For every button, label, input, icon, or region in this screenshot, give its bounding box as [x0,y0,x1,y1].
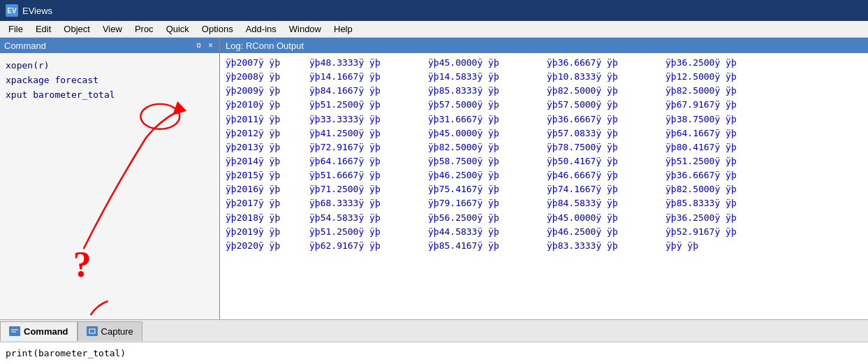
log-cell-value: ÿþ71.2500ÿ ÿþ [309,182,428,196]
tab-command-label: Command [24,326,68,337]
log-cell-value: ÿþ51.2500ÿ ÿþ [309,98,428,112]
svg-point-1 [140,104,179,129]
log-cell-year: ÿþ2009ÿ ÿþ [226,84,309,98]
log-cell-value: ÿþ84.5833ÿ ÿþ [547,196,665,210]
log-cell-value: ÿþ85.8333ÿ ÿþ [665,196,784,210]
log-row: ÿþ2015ÿ ÿþÿþ51.6667ÿ ÿþÿþ46.2500ÿ ÿþÿþ46… [226,168,862,182]
log-cell-value: ÿþ57.5000ÿ ÿþ [428,98,547,112]
log-cell-value: ÿþ72.9167ÿ ÿþ [309,140,428,154]
menu-item-quick[interactable]: Quick [161,22,195,36]
menu-item-help[interactable]: Help [328,22,358,36]
command-panel-title: Command [4,41,46,51]
bottom-tabs: Command Capture [0,319,868,342]
log-cell-value: ÿþ45.0000ÿ ÿþ [428,126,547,140]
log-cell-value: ÿþ33.3333ÿ ÿþ [309,112,428,126]
log-cell-value: ÿþ46.6667ÿ ÿþ [547,168,665,182]
log-cell-value: ÿþ51.2500ÿ ÿþ [309,225,428,239]
log-cell-value: ÿþ38.7500ÿ ÿþ [665,112,784,126]
menu-item-proc[interactable]: Proc [129,22,159,36]
log-cell-value: ÿþ52.9167ÿ ÿþ [665,225,784,239]
log-cell-year: ÿþ2011ÿ ÿþ [226,112,309,126]
log-cell-year: ÿþ2007ÿ ÿþ [226,56,309,70]
command-input[interactable] [6,348,862,358]
tab-capture[interactable]: Capture [78,321,142,341]
svg-text:?: ? [73,245,91,284]
left-panel: Command ¤ × xopen(r) xpackage forecast x… [0,38,220,319]
log-cell-value: ÿþ78.7500ÿ ÿþ [547,140,665,154]
title-bar: EV EViews [0,0,868,21]
log-row: ÿþ2018ÿ ÿþÿþ54.5833ÿ ÿþÿþ56.2500ÿ ÿþÿþ45… [226,211,862,225]
log-row: ÿþ2014ÿ ÿþÿþ64.1667ÿ ÿþÿþ58.7500ÿ ÿþÿþ50… [226,154,862,168]
log-cell-value: ÿþ58.7500ÿ ÿþ [428,154,547,168]
log-cell-value: ÿþ12.5000ÿ ÿþ [665,70,784,84]
log-cell-value: ÿþ79.1667ÿ ÿþ [428,196,547,210]
log-cell-value: ÿþ50.4167ÿ ÿþ [547,154,665,168]
log-cell-value: ÿþ48.3333ÿ ÿþ [309,56,428,70]
log-cell-value: ÿþ57.5000ÿ ÿþ [547,98,665,112]
log-row: ÿþ2017ÿ ÿþÿþ68.3333ÿ ÿþÿþ79.1667ÿ ÿþÿþ84… [226,196,862,210]
log-cell-year: ÿþ2019ÿ ÿþ [226,225,309,239]
log-cell-year: ÿþ2015ÿ ÿþ [226,168,309,182]
log-cell-value: ÿþ10.8333ÿ ÿþ [547,70,665,84]
log-cell-value: ÿþ80.4167ÿ ÿþ [665,140,784,154]
log-cell-value: ÿþ62.9167ÿ ÿþ [309,239,428,253]
command-tab-icon [9,326,20,336]
log-cell-value: ÿþ36.6667ÿ ÿþ [547,112,665,126]
menu-item-view[interactable]: View [97,22,128,36]
log-cell-value: ÿþ41.2500ÿ ÿþ [309,126,428,140]
menu-item-object[interactable]: Object [58,22,96,36]
command-line-2: xpackage forecast [6,73,214,88]
log-row: ÿþ2012ÿ ÿþÿþ41.2500ÿ ÿþÿþ45.0000ÿ ÿþÿþ57… [226,126,862,140]
log-cell-value: ÿþ14.1667ÿ ÿþ [309,70,428,84]
right-panel: Log: RConn Output ÿþ2007ÿ ÿþÿþ48.3333ÿ ÿ… [220,38,868,319]
log-cell-value: ÿþ85.8333ÿ ÿþ [428,84,547,98]
log-cell-year: ÿþ2020ÿ ÿþ [226,239,309,253]
main-layout: Command ¤ × xopen(r) xpackage forecast x… [0,38,868,319]
log-cell-value: ÿþ57.0833ÿ ÿþ [547,126,665,140]
log-cell-value: ÿþ56.2500ÿ ÿþ [428,211,547,225]
log-cell-value: ÿþ51.6667ÿ ÿþ [309,168,428,182]
log-cell-year: ÿþ2012ÿ ÿþ [226,126,309,140]
log-cell-value: ÿþ45.0000ÿ ÿþ [428,56,547,70]
log-cell-value: ÿþ68.3333ÿ ÿþ [309,196,428,210]
menu-item-file[interactable]: File [3,22,29,36]
log-cell-value: ÿþ51.2500ÿ ÿþ [665,154,784,168]
tab-capture-label: Capture [101,326,133,337]
log-cell-year: ÿþ2014ÿ ÿþ [226,154,309,168]
menu-item-edit[interactable]: Edit [30,22,57,36]
log-row: ÿþ2019ÿ ÿþÿþ51.2500ÿ ÿþÿþ44.5833ÿ ÿþÿþ46… [226,225,862,239]
app-title: EViews [22,6,52,16]
log-row: ÿþ2011ÿ ÿþÿþ33.3333ÿ ÿþÿþ31.6667ÿ ÿþÿþ36… [226,112,862,126]
menu-item-add-ins[interactable]: Add-ins [240,22,282,36]
command-line-3: xput barometer_total [6,88,214,103]
pin-button[interactable]: ¤ [194,41,203,50]
menu-item-options[interactable]: Options [196,22,239,36]
log-panel-header: Log: RConn Output [220,38,868,53]
log-row: ÿþ2016ÿ ÿþÿþ71.2500ÿ ÿþÿþ75.4167ÿ ÿþÿþ74… [226,182,862,196]
menu-bar: FileEditObjectViewProcQuickOptionsAdd-in… [0,21,868,38]
svg-rect-3 [10,328,19,335]
close-button[interactable]: × [206,41,215,50]
log-row: ÿþ2010ÿ ÿþÿþ51.2500ÿ ÿþÿþ57.5000ÿ ÿþÿþ57… [226,98,862,112]
log-cell-value: ÿþ46.2500ÿ ÿþ [547,225,665,239]
capture-tab-icon [87,326,98,336]
command-line-1: xopen(r) [6,59,214,73]
log-cell-value: ÿþ36.6667ÿ ÿþ [547,56,665,70]
log-cell-value: ÿþ67.9167ÿ ÿþ [665,98,784,112]
log-cell-value: ÿþ45.0000ÿ ÿþ [547,211,665,225]
log-cell-value: ÿþ85.4167ÿ ÿþ [428,239,547,253]
log-cell-year: ÿþ2013ÿ ÿþ [226,140,309,154]
log-cell-value: ÿþÿ ÿþ [665,239,784,253]
command-bar [0,342,868,364]
log-cell-year: ÿþ2010ÿ ÿþ [226,98,309,112]
panel-controls: ¤ × [194,41,215,50]
log-content[interactable]: ÿþ2007ÿ ÿþÿþ48.3333ÿ ÿþÿþ45.0000ÿ ÿþÿþ36… [220,53,868,319]
log-cell-value: ÿþ31.6667ÿ ÿþ [428,112,547,126]
tab-command[interactable]: Command [0,321,78,341]
log-cell-value: ÿþ36.6667ÿ ÿþ [665,168,784,182]
log-cell-year: ÿþ2008ÿ ÿþ [226,70,309,84]
menu-item-window[interactable]: Window [284,22,327,36]
log-panel-title: Log: RConn Output [226,41,304,51]
command-content: xopen(r) xpackage forecast xput baromete… [0,53,219,319]
log-cell-value: ÿþ83.3333ÿ ÿþ [547,239,665,253]
